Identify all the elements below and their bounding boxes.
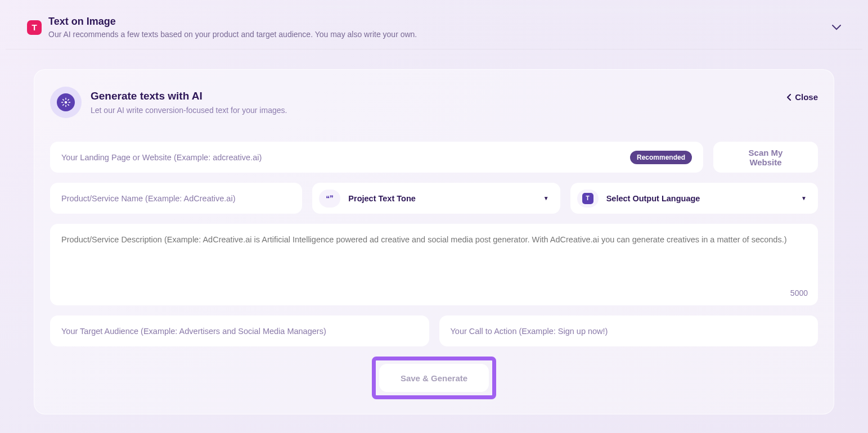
cta-input[interactable] xyxy=(451,327,807,336)
cta-wrap xyxy=(439,315,818,346)
header-text-block: Text on Image Our AI recommends a few te… xyxy=(48,16,417,39)
close-button[interactable]: Close xyxy=(787,87,818,102)
caret-down-icon: ▼ xyxy=(543,195,549,201)
audience-input[interactable] xyxy=(61,327,418,336)
ai-icon xyxy=(50,87,82,118)
caret-down-icon: ▼ xyxy=(801,195,807,201)
char-count: 5000 xyxy=(790,288,808,297)
product-name-wrap xyxy=(50,183,302,214)
product-name-input[interactable] xyxy=(61,194,291,203)
close-label: Close xyxy=(795,92,818,102)
header-subtitle: Our AI recommends a few texts based on y… xyxy=(48,30,417,39)
recommended-badge: Recommended xyxy=(630,151,692,164)
language-icon: T xyxy=(577,190,599,208)
save-button-highlight: Save & Generate xyxy=(372,357,496,399)
language-label: Select Output Language xyxy=(606,194,793,203)
header-title: Text on Image xyxy=(48,16,417,28)
description-input[interactable] xyxy=(61,235,807,286)
header-left: T Text on Image Our AI recommends a few … xyxy=(27,16,417,39)
url-field-wrap: Recommended xyxy=(50,142,703,173)
collapse-chevron-icon[interactable] xyxy=(827,18,845,37)
svg-point-0 xyxy=(65,101,68,104)
panel-title: Generate texts with AI xyxy=(91,90,287,102)
tone-icon: ❝❞ xyxy=(319,190,340,208)
tone-label: Project Text Tone xyxy=(348,194,535,203)
save-generate-button[interactable]: Save & Generate xyxy=(379,364,489,392)
text-on-image-icon: T xyxy=(27,20,42,35)
language-select[interactable]: T Select Output Language ▼ xyxy=(570,183,818,214)
panel-subtitle: Let our AI write conversion-focused text… xyxy=(91,106,287,115)
chevron-left-icon xyxy=(787,94,791,101)
audience-wrap xyxy=(50,315,429,346)
tone-select[interactable]: ❝❞ Project Text Tone ▼ xyxy=(312,183,560,214)
generate-panel: Generate texts with AI Let our AI write … xyxy=(34,69,834,414)
scan-website-button[interactable]: Scan My Website xyxy=(713,142,818,173)
description-wrap: 5000 xyxy=(50,224,818,305)
url-input[interactable] xyxy=(61,153,624,162)
section-header: T Text on Image Our AI recommends a few … xyxy=(6,6,862,49)
